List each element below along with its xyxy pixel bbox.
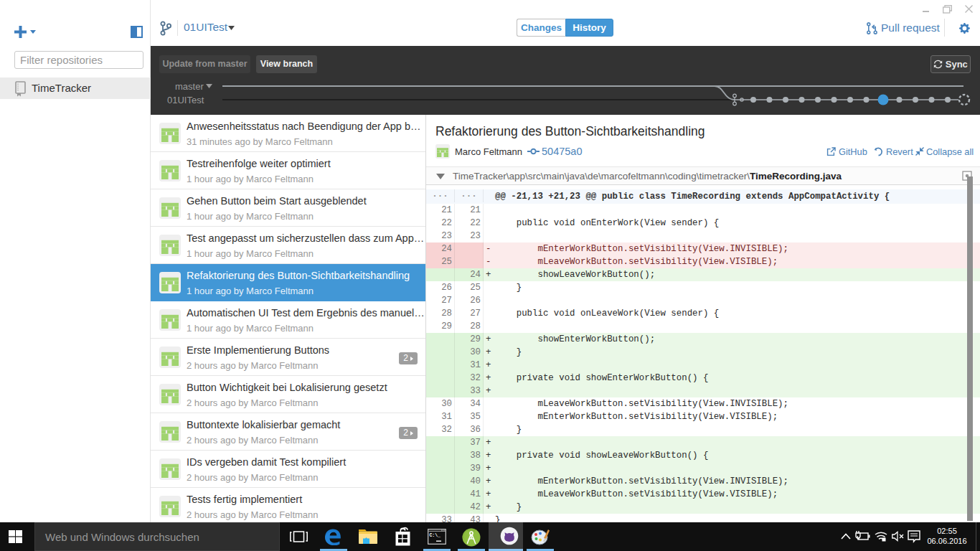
svg-text:C:\_: C:\_ [429, 533, 440, 538]
